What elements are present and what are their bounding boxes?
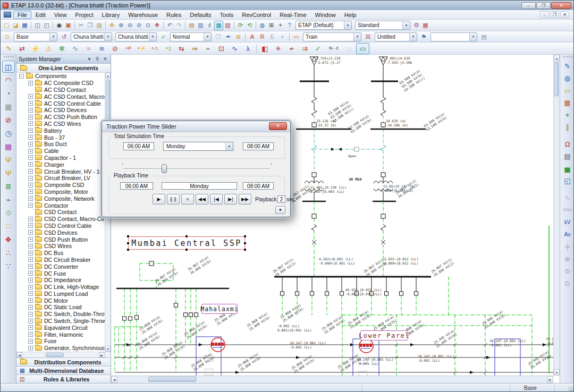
tree-item-csd-contact-macro-ctrl[interactable]: +CSD Contact, Macro-Ctrl: [16, 216, 111, 223]
playback-start-time-field[interactable]: [120, 182, 153, 190]
scroll-up-icon[interactable]: ▲: [554, 55, 560, 61]
total-day-select[interactable]: Monday ▾: [163, 142, 233, 151]
edit-mode-button[interactable]: ✎: [2, 43, 15, 54]
zoom-in-button[interactable]: ⊕: [116, 21, 125, 30]
menu-tools[interactable]: Tools: [216, 11, 238, 19]
ground-grid-systems-button[interactable]: ▦: [2, 100, 15, 113]
grid-button[interactable]: ♯: [205, 21, 214, 30]
lock-config-button[interactable]: ⊠: [233, 32, 243, 41]
text-report-button[interactable]: ▤: [187, 21, 196, 30]
panel-menu-icon[interactable]: ▾: [86, 56, 92, 62]
network-topology-button[interactable]: ∷: [2, 220, 15, 232]
voltage-stability-button[interactable]: ⊡: [215, 43, 228, 54]
expand-icon[interactable]: +: [28, 237, 33, 242]
project-standard-combo[interactable]: ETAP (Default)▾: [296, 21, 352, 30]
expand-icon[interactable]: +: [28, 251, 33, 255]
control-systems-button[interactable]: ◔: [2, 87, 15, 99]
open-button[interactable]: ◪: [11, 21, 20, 30]
failure-modes-button[interactable]: ✳: [272, 43, 285, 54]
selection-handle[interactable]: [126, 242, 130, 245]
expand-icon[interactable]: +: [28, 135, 33, 140]
tree-item-ac-csd-contact[interactable]: AC CSD Contact: [16, 87, 111, 93]
tree-item-dc-bus[interactable]: +DC Bus: [16, 250, 111, 257]
close-button[interactable]: ✕: [551, 2, 571, 9]
cable-pulling-systems-button[interactable]: ◷: [2, 127, 15, 139]
expand-icon[interactable]: +: [28, 278, 33, 283]
tree-item-fuse[interactable]: +Fuse: [16, 338, 111, 345]
standard-combo[interactable]: Standard▾: [355, 21, 410, 30]
expand-icon[interactable]: +: [28, 128, 33, 133]
time-slider-track[interactable]: [123, 168, 270, 169]
tree-item-dc-converter[interactable]: +DC Converter: [16, 263, 111, 270]
status-check-button[interactable]: ✓: [158, 32, 168, 41]
scroll-down-icon[interactable]: ▼: [105, 346, 111, 352]
expand-icon[interactable]: +: [28, 203, 33, 208]
scroll-right-icon[interactable]: ▶: [99, 352, 105, 357]
tree-item-ac-csd-devices[interactable]: +AC CSD Devices: [16, 107, 111, 114]
network-dots-button[interactable]: ∴: [2, 246, 15, 259]
one-line-systems-button[interactable]: ◫: [2, 61, 15, 73]
tab-multi-dimensional-database[interactable]: ▤Multi-Dimensional Database: [16, 366, 111, 374]
pen-button[interactable]: ✒: [223, 32, 233, 41]
child-minimize-button[interactable]: –: [540, 11, 549, 18]
menu-revcontrol[interactable]: RevControl: [238, 11, 275, 19]
network-diamond-button[interactable]: ❖: [2, 233, 15, 245]
canvas-horizontal-scrollbar[interactable]: ◀ ▶: [111, 376, 553, 383]
slider-disabled-button[interactable]: ╪: [562, 241, 573, 252]
loading-category-combo[interactable]: Normal▾: [170, 32, 212, 41]
expand-icon[interactable]: +: [28, 339, 33, 344]
zoom-out-button[interactable]: ⊖: [125, 21, 134, 30]
scenario-combo[interactable]: ▾: [430, 32, 477, 41]
step-back-button[interactable]: |◀: [210, 194, 223, 204]
scroll-up-icon[interactable]: ▲: [105, 73, 111, 79]
expand-icon[interactable]: +: [28, 155, 33, 160]
paste-button[interactable]: ▨: [95, 21, 104, 30]
time-slider-thumb[interactable]: [162, 164, 167, 173]
selection-handle[interactable]: [243, 242, 247, 245]
selection-handle[interactable]: [185, 235, 188, 238]
help-button[interactable]: ?: [285, 21, 294, 30]
tree-item-generator-synchronous[interactable]: +Generator, Synchronous: [16, 345, 111, 352]
pause-button[interactable]: ❚❚: [167, 194, 180, 204]
panel-systems-button[interactable]: ▩: [2, 140, 15, 152]
tree-item-csd-push-button[interactable]: +CSD Push Button: [16, 236, 111, 243]
text-a-button[interactable]: A: [247, 32, 257, 41]
menu-rules[interactable]: Rules: [162, 11, 185, 19]
network-blue-button[interactable]: ∵: [2, 260, 15, 272]
playback-interval-field[interactable]: [277, 195, 285, 203]
train-marker[interactable]: [359, 339, 373, 353]
tree-item-filter-harmonic[interactable]: +Filter, Harmonic: [16, 331, 111, 338]
expand-icon[interactable]: +: [28, 223, 33, 228]
rewind-button[interactable]: ◀◀: [196, 194, 208, 204]
expand-icon[interactable]: +: [28, 319, 33, 323]
canvas-hscroll-thumb[interactable]: [148, 377, 196, 382]
user-defined-models-button[interactable]: ⌁: [2, 193, 15, 206]
canvas-vscroll-thumb[interactable]: [554, 62, 559, 96]
print-button[interactable]: ◫: [33, 21, 42, 30]
tab-rules-libraries[interactable]: ◫Rules & Libraries: [16, 374, 111, 383]
dc-arc-flash-button[interactable]: +⚠: [148, 43, 162, 54]
tree-item-ac-composite-csd[interactable]: +AC Composite CSD: [16, 80, 111, 87]
selection-handle[interactable]: [243, 248, 247, 251]
tree-item-ac-csd-wires[interactable]: +AC CSD Wires: [16, 121, 111, 127]
loop-edit-button[interactable]: ◌: [343, 43, 356, 54]
expand-icon[interactable]: +: [28, 291, 33, 296]
tree-item-composite-motor[interactable]: +Composite, Motor: [16, 189, 111, 195]
tools-disabled-button[interactable]: ⚙: [562, 266, 573, 277]
minimize-button[interactable]: –: [521, 2, 536, 9]
graphic-report-button[interactable]: ▥: [196, 21, 205, 30]
menu-warehouse[interactable]: Warehouse: [124, 11, 162, 19]
total-end-time-field[interactable]: [243, 142, 274, 150]
expand-icon[interactable]: +: [28, 298, 33, 303]
cut-button[interactable]: ✂: [77, 21, 86, 30]
expand-icon[interactable]: +: [28, 312, 33, 317]
tree-item-dc-static-load[interactable]: +DC Static Load: [16, 304, 111, 311]
track-button[interactable]: ☒: [363, 32, 373, 41]
optimal-power-flow-button[interactable]: ⇛: [188, 43, 201, 54]
traction-power-mode-button[interactable]: ▭: [356, 43, 369, 54]
maximize-button[interactable]: ❐: [536, 2, 551, 9]
expand-icon[interactable]: +: [28, 142, 33, 147]
schedule-display-button[interactable]: ▧: [223, 21, 232, 30]
expand-icon[interactable]: +: [28, 94, 33, 99]
step-forward-button[interactable]: ▶|: [224, 194, 237, 204]
